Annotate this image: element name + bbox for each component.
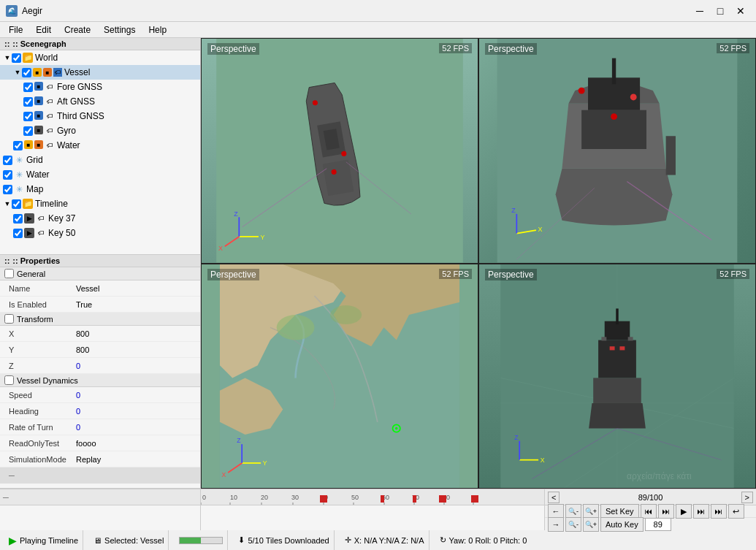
tree-item-water-sub[interactable]: ■ ■ 🏷 Water — [0, 138, 200, 153]
tree-item-map[interactable]: ✳ Map — [0, 182, 200, 196]
timeline-ruler-area: 0 10 20 30 40 50 60 70 80 90 — [201, 489, 544, 505]
tree-check-timeline[interactable] — [12, 199, 21, 209]
tree-check-map[interactable] — [3, 185, 12, 194]
menu-file[interactable]: File — [3, 23, 28, 37]
tree-item-timeline[interactable]: ▼ 📁 Timeline — [0, 196, 200, 211]
minimize-button[interactable]: ─ — [690, 3, 709, 19]
timeline-panel: ─ 0 10 20 30 40 50 60 70 — [0, 489, 756, 530]
tree-check-water-sub[interactable] — [13, 141, 23, 150]
icon-key37: ▶ — [24, 213, 34, 224]
icon-fore-gnss-tag: 🏷 — [45, 82, 55, 92]
timeline-auto-key-btn[interactable]: Auto Key — [600, 517, 644, 532]
viewport-2[interactable]: Perspective 52 FPS — [478, 38, 756, 264]
tree-check-vessel[interactable] — [22, 68, 31, 77]
menu-help[interactable]: Help — [142, 23, 172, 37]
icon-aft-gnss-tag: 🏷 — [45, 96, 55, 107]
tree-item-gyro[interactable]: ■ 🏷 Gyro — [0, 123, 200, 138]
tree-item-fore-gnss[interactable]: ■ 🏷 Fore GNSS — [0, 80, 200, 94]
timeline-next-frame-btn[interactable]: ⏭ — [693, 504, 709, 519]
timeline-play-btn[interactable]: ▶ — [676, 504, 692, 519]
tree-icons-timeline: 📁 — [23, 199, 33, 209]
vp1-label: Perspective — [207, 43, 259, 55]
menu-edit[interactable]: Edit — [30, 23, 57, 37]
tree-arrow-vessel: ▼ — [13, 68, 22, 77]
tree-item-key50[interactable]: ▶ 🏷 Key 50 — [0, 226, 200, 240]
scenegraph-header: :: :: Scenegraph — [0, 38, 200, 50]
viewport-4[interactable]: Perspective 52 FPS — [478, 264, 756, 489]
tree-item-vessel[interactable]: ▼ ■ ■ 🏷 Vessel — [0, 65, 200, 80]
tree-check-water[interactable] — [3, 170, 12, 180]
maximize-button[interactable]: □ — [711, 3, 730, 19]
menu-create[interactable]: Create — [58, 23, 96, 37]
svg-text:Y: Y — [261, 234, 265, 241]
menu-settings[interactable]: Settings — [98, 23, 141, 37]
svg-text:50: 50 — [351, 494, 359, 501]
prop-section-vessel-dynamics-check[interactable] — [4, 375, 14, 385]
prop-name-simmode: SimulationMode — [0, 454, 73, 465]
svg-rect-18 — [612, 58, 616, 85]
svg-rect-46 — [598, 340, 636, 378]
timeline-next-btn[interactable]: > — [741, 492, 753, 503]
tree-check-gyro[interactable] — [23, 126, 33, 136]
tree-check-grid[interactable] — [3, 156, 12, 165]
timeline-zoom-plus-2-btn[interactable]: 🔍+ — [583, 517, 599, 532]
timeline-zoom-minus-2-btn[interactable]: 🔍- — [565, 517, 581, 532]
tree-item-grid[interactable]: ✳ Grid — [0, 153, 200, 167]
tree-item-world[interactable]: ▼ 📁 World — [0, 50, 200, 65]
timeline-prev-frame-btn[interactable]: ⏭ — [658, 504, 674, 519]
svg-rect-82 — [324, 495, 327, 503]
prop-section-transform-check[interactable] — [4, 314, 14, 324]
icon-water-sub-2: ■ — [34, 140, 43, 149]
tree-label-vessel: Vessel — [64, 67, 90, 77]
titlebar-controls: ─ □ ✕ — [690, 3, 750, 19]
prop-value-simmode: Replay — [73, 454, 200, 465]
app-icon: 🌊 — [6, 5, 18, 17]
svg-text:αρχεία/πάγε κάτι: αρχεία/πάγε κάτι — [627, 470, 692, 481]
tree-check-key50[interactable] — [13, 229, 23, 238]
tree-label-water: Water — [26, 169, 50, 180]
icon-aft-gnss: ■ — [34, 96, 43, 105]
tree-icons-water-sub: ■ ■ 🏷 — [24, 140, 55, 150]
viewport-3[interactable]: Perspective 52 FPS — [201, 264, 478, 489]
tree-icons-key50: ▶ 🏷 — [24, 228, 46, 238]
tree-check-world[interactable] — [12, 53, 21, 63]
viewport-1[interactable]: Perspective 52 FPS — [201, 38, 478, 264]
prop-value-enabled: True — [73, 299, 200, 310]
scenegraph-tree[interactable]: ▼ 📁 World ▼ ■ ■ 🏷 — [0, 50, 200, 251]
tree-label-grid: Grid — [26, 155, 43, 165]
app-title: Aegir — [22, 6, 42, 16]
prop-value-heading: 0 — [73, 405, 200, 417]
prop-name-z: Z — [0, 360, 73, 372]
tree-check-third-gnss[interactable] — [23, 112, 33, 121]
timeline-frame-input[interactable] — [645, 518, 671, 531]
tree-icons-world: 📁 — [23, 53, 33, 63]
prop-section-general-label: General — [17, 270, 45, 278]
tree-item-aft-gnss[interactable]: ■ 🏷 Aft GNSS — [0, 94, 200, 109]
prop-row-heading: Heading 0 — [0, 403, 200, 419]
icon-key37-tag: 🏷 — [36, 213, 46, 224]
tree-item-third-gnss[interactable]: ■ 🏷 Third GNSS — [0, 109, 200, 123]
timeline-grip: ─ — [3, 493, 9, 502]
prop-section-general-check[interactable] — [4, 269, 14, 278]
tree-item-water[interactable]: ✳ Water — [0, 167, 200, 182]
svg-text:30: 30 — [291, 494, 299, 501]
tree-check-fore-gnss[interactable] — [23, 83, 33, 92]
timeline-nav-row: ─ 0 10 20 30 40 50 60 70 — [0, 489, 756, 505]
tree-item-key37[interactable]: ▶ 🏷 Key 37 — [0, 211, 200, 226]
tree-check-key37[interactable] — [13, 214, 23, 224]
timeline-track-area[interactable] — [201, 505, 544, 530]
vp2-scene: X Z — [479, 39, 755, 263]
scenegraph-panel: :: :: Scenegraph ▼ 📁 World — [0, 38, 200, 255]
svg-text:10: 10 — [230, 494, 237, 501]
titlebar: 🌊 Aegir ─ □ ✕ — [0, 0, 756, 22]
timeline-prev-btn[interactable]: < — [548, 492, 560, 503]
timeline-arrow-right-btn[interactable]: → — [548, 517, 564, 532]
timeline-loop-btn[interactable]: ↩ — [728, 504, 744, 519]
statusbar: ▶ Playing Timeline 🖥 Selected: Vessel ⬇ … — [0, 530, 756, 550]
timeline-end-btn[interactable]: ⏭ — [711, 504, 727, 519]
close-button[interactable]: ✕ — [731, 3, 750, 19]
timeline-ctrl-row-2: → 🔍- 🔍+ Auto Key — [545, 518, 756, 530]
prop-row-z: Z 0 — [0, 358, 200, 374]
tree-check-aft-gnss[interactable] — [23, 97, 33, 107]
svg-rect-81 — [320, 495, 324, 503]
